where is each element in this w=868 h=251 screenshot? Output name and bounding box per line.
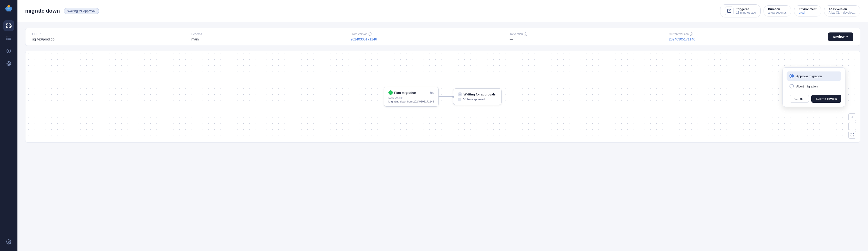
- current-version-label: Current version i: [669, 32, 828, 36]
- to-version-label: To version i: [509, 32, 669, 36]
- svg-rect-20: [728, 9, 731, 12]
- svg-rect-5: [6, 24, 8, 25]
- triggered-label: Triggered: [736, 7, 756, 11]
- page-header: migrate down Waiting for Approval Trigge…: [18, 0, 868, 22]
- url-value: sqlite://prod.db: [32, 37, 191, 41]
- plan-migration-time: 1μs: [430, 91, 434, 94]
- header-meta: Triggered 11 minutes ago Duration a few …: [720, 4, 860, 18]
- meta-triggered: Triggered 11 minutes ago: [720, 4, 761, 18]
- environment-label: Environment: [799, 7, 816, 11]
- info-col-to-version: To version i —: [509, 32, 669, 41]
- plan-migration-node: ✓ Plan migration 1μs Less details Migrat…: [384, 87, 439, 106]
- plan-migration-subtitle[interactable]: Less details: [389, 96, 434, 99]
- environment-value[interactable]: prod: [799, 11, 816, 14]
- page-body: URL ↗ sqlite://prod.db Schema main From …: [18, 22, 868, 251]
- zoom-in-button[interactable]: +: [848, 114, 856, 121]
- info-col-from-version: From version i 20240305171146: [351, 32, 510, 41]
- duration-value: a few seconds: [768, 11, 787, 14]
- svg-point-14: [6, 39, 7, 40]
- zoom-controls: + −: [848, 114, 856, 138]
- schema-value: main: [191, 37, 351, 41]
- connector-dot: [452, 96, 454, 98]
- sidebar-item-settings[interactable]: [3, 237, 14, 247]
- page-title: migrate down: [25, 8, 60, 14]
- to-version-value: —: [509, 37, 669, 41]
- status-badge: Waiting for Approval: [64, 8, 99, 14]
- info-table: URL ↗ sqlite://prod.db Schema main From …: [25, 28, 860, 46]
- duration-label: Duration: [768, 7, 787, 11]
- approve-radio-outer: [789, 74, 794, 78]
- meta-duration: Duration a few seconds: [764, 5, 792, 17]
- svg-marker-16: [8, 50, 10, 52]
- url-label: URL ↗: [32, 32, 191, 36]
- svg-point-12: [6, 37, 7, 37]
- info-col-url: URL ↗ sqlite://prod.db: [32, 32, 191, 41]
- external-link-icon: ↗: [39, 33, 41, 36]
- dropdown-actions: Cancel Submit review: [786, 94, 841, 103]
- svg-point-19: [8, 241, 9, 243]
- svg-point-13: [6, 38, 7, 39]
- approval-status-icon: ○: [458, 98, 461, 101]
- svg-rect-7: [6, 26, 8, 28]
- flow-connector: [439, 96, 453, 97]
- app-logo: [3, 4, 14, 14]
- main-content: migrate down Waiting for Approval Trigge…: [18, 0, 868, 251]
- chevron-down-icon: ▼: [846, 36, 848, 38]
- to-version-info-icon: i: [524, 32, 527, 36]
- from-version-value[interactable]: 20240305171146: [351, 37, 510, 41]
- atlas-version-label: Atlas version: [829, 7, 856, 11]
- zoom-out-button[interactable]: −: [848, 122, 856, 130]
- flow-nodes-container: ✓ Plan migration 1μs Less details Migrat…: [384, 87, 502, 106]
- flow-diagram: ✓ Plan migration 1μs Less details Migrat…: [25, 51, 860, 143]
- info-col-schema: Schema main: [191, 32, 351, 41]
- sidebar-item-list[interactable]: [3, 33, 14, 43]
- zoom-fit-button[interactable]: [848, 131, 856, 138]
- svg-rect-8: [9, 26, 10, 28]
- check-icon: ✓: [389, 90, 393, 95]
- current-version-value[interactable]: 20240305171146: [669, 37, 828, 41]
- triggered-value: 11 minutes ago: [736, 11, 756, 14]
- sidebar-item-dashboard[interactable]: I: [3, 20, 14, 31]
- connector-line: [439, 96, 453, 97]
- triggered-icon: [725, 6, 734, 15]
- approve-radio-inner: [791, 75, 793, 77]
- current-version-info-icon: i: [690, 32, 693, 36]
- cancel-button[interactable]: Cancel: [790, 95, 809, 103]
- pending-icon: ○: [458, 92, 462, 96]
- review-button[interactable]: Review ▼: [828, 32, 853, 41]
- meta-environment: Environment prod: [794, 5, 821, 17]
- sidebar-item-runs[interactable]: [3, 45, 14, 56]
- svg-point-4: [7, 6, 8, 6]
- submit-review-button[interactable]: Submit review: [811, 95, 841, 103]
- waiting-approvals-node: ○ Waiting for approvals ○ 0/1 have appro…: [453, 88, 502, 105]
- sidebar-item-explore[interactable]: [3, 58, 14, 69]
- review-dropdown-popup: Approve migration Abort migration Cancel…: [782, 67, 845, 107]
- abort-migration-option[interactable]: Abort migration: [786, 82, 841, 91]
- schema-label: Schema: [191, 32, 351, 36]
- sidebar: I: [0, 0, 18, 251]
- from-version-label: From version i: [351, 32, 510, 36]
- from-version-info-icon: i: [369, 32, 372, 36]
- svg-rect-6: [9, 24, 10, 25]
- meta-atlas-version: Atlas version Atlas CLI - develop...: [824, 5, 860, 17]
- svg-point-2: [7, 7, 10, 9]
- svg-marker-18: [7, 62, 10, 65]
- abort-radio-outer: [789, 84, 794, 88]
- plan-migration-desc: Migrating down from 20240305171146: [389, 100, 434, 103]
- plan-migration-title: ✓ Plan migration: [389, 90, 416, 95]
- approve-migration-option[interactable]: Approve migration: [786, 71, 841, 81]
- review-button-container: Review ▼: [828, 32, 853, 41]
- waiting-approvals-title: ○ Waiting for approvals: [458, 92, 496, 96]
- atlas-version-value: Atlas CLI - develop...: [829, 11, 856, 14]
- waiting-approvals-desc: ○ 0/1 have approved: [458, 98, 497, 101]
- info-col-current-version: Current version i 20240305171146: [669, 32, 828, 41]
